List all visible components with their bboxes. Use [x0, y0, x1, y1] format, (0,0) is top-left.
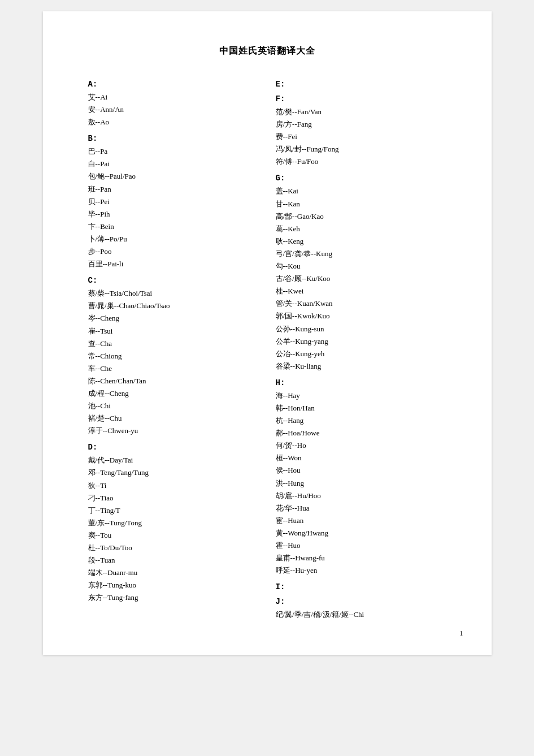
- section-header: G:: [276, 174, 446, 183]
- entry: 淳于--Chwen-yu: [88, 425, 259, 437]
- entry: 花/华--Hua: [276, 502, 446, 515]
- entry: 窦--Tou: [88, 529, 259, 542]
- entry: 段--Tuan: [88, 554, 259, 567]
- entry: 房/方--Fang: [276, 118, 446, 131]
- entry: 东郭--Tung-kuo: [88, 579, 259, 591]
- section-header: H:: [276, 378, 446, 387]
- entry: 耿--Keng: [276, 235, 446, 248]
- entry: 蔡/柴--Tsia/Choi/Tsai: [88, 287, 259, 300]
- entry: 卞--Bein: [88, 221, 259, 233]
- entry: 端木--Duanr-mu: [88, 567, 259, 579]
- entry: 贝--Pei: [88, 196, 259, 208]
- entry: 董/东--Tung/Tong: [88, 517, 259, 529]
- entry: 古/谷/顾--Ku/Koo: [276, 273, 446, 285]
- entry: 戴/代--Day/Tai: [88, 454, 259, 466]
- entry: 毕--Pih: [88, 208, 259, 221]
- section-header: E:: [276, 80, 446, 89]
- section-header: F:: [276, 94, 446, 103]
- entry: 刁--Tiao: [88, 492, 259, 504]
- entry: 郝--Hoa/Howe: [276, 427, 446, 439]
- entry: 褚/楚--Chu: [88, 412, 259, 425]
- entry: 呼延--Hu-yen: [276, 564, 446, 577]
- entry: 班--Pan: [88, 183, 259, 196]
- entry: 曹/晁/巢--Chao/Chiao/Tsao: [88, 300, 259, 312]
- entry: 胡/扈--Hu/Hoo: [276, 490, 446, 502]
- entry: 勾--Kou: [276, 260, 446, 273]
- entry: 安--Ann/An: [88, 103, 259, 116]
- entry: 常--Chiong: [88, 350, 259, 362]
- entry: 杜--To/Du/Too: [88, 542, 259, 554]
- entry: 东方--Tung-fang: [88, 591, 259, 604]
- entry: 谷梁--Ku-liang: [276, 360, 446, 373]
- content: A:艾--Ai安--Ann/An敖--AoB:巴--Pa白--Pai包/鲍--P…: [88, 74, 446, 621]
- entry: 高/郜--Gao/Kao: [276, 210, 446, 223]
- entry: 何/贺--Ho: [276, 439, 446, 452]
- entry: 海--Hay: [276, 390, 446, 402]
- entry: 黄--Wong/Hwang: [276, 527, 446, 539]
- entry: 白--Pai: [88, 158, 259, 170]
- right-column: E:F:范/樊--Fan/Van房/方--Fang费--Fei冯/凤/封--Fu…: [270, 74, 446, 621]
- entry: 卜/薄--Po/Pu: [88, 233, 259, 245]
- entry: 包/鲍--Paul/Pao: [88, 170, 259, 183]
- entry: 宦--Huan: [276, 515, 446, 527]
- entry: 崔--Tsui: [88, 325, 259, 338]
- entry: 陈--Chen/Chan/Tan: [88, 375, 259, 387]
- entry: 皇甫--Hwang-fu: [276, 552, 446, 564]
- entry: 池--Chi: [88, 400, 259, 412]
- page: 中国姓氏英语翻译大全 A:艾--Ai安--Ann/An敖--AoB:巴--Pa白…: [43, 11, 492, 655]
- entry: 岑--Cheng: [88, 312, 259, 325]
- section-header: D:: [88, 443, 259, 452]
- entry: 成/程--Cheng: [88, 387, 259, 400]
- page-title: 中国姓氏英语翻译大全: [88, 45, 446, 57]
- entry: 盖--Kai: [276, 185, 446, 197]
- entry: 纪/翼/季/吉/稽/汲/籍/姬--Chi: [276, 608, 446, 621]
- section-header: A:: [88, 80, 259, 89]
- entry: 巴--Pa: [88, 145, 259, 158]
- entry: 邓--Teng/Tang/Tung: [88, 466, 259, 479]
- entry: 韩--Hon/Han: [276, 402, 446, 414]
- section-header: J:: [276, 597, 446, 606]
- entry: 管/关--Kuan/Kwan: [276, 297, 446, 310]
- entry: 霍--Huo: [276, 539, 446, 552]
- entry: 公冶--Kung-yeh: [276, 348, 446, 360]
- entry: 敖--Ao: [88, 116, 259, 128]
- entry: 百里--Pai-li: [88, 258, 259, 270]
- entry: 车--Che: [88, 362, 259, 375]
- entry: 甘--Kan: [276, 198, 446, 210]
- section-header: C:: [88, 276, 259, 285]
- entry: 桓--Won: [276, 452, 446, 464]
- entry: 公羊--Kung-yang: [276, 335, 446, 348]
- entry: 葛--Keh: [276, 223, 446, 235]
- entry: 查--Cha: [88, 338, 259, 350]
- entry: 丁--Ting/T: [88, 504, 259, 517]
- entry: 范/樊--Fan/Van: [276, 106, 446, 118]
- entry: 狄--Ti: [88, 479, 259, 492]
- section-header: B:: [88, 134, 259, 143]
- entry: 桂--Kwei: [276, 285, 446, 297]
- entry: 冯/凤/封--Fung/Fong: [276, 143, 446, 155]
- entry: 符/傅--Fu/Foo: [276, 155, 446, 168]
- entry: 步--Poo: [88, 245, 259, 258]
- entry: 艾--Ai: [88, 91, 259, 103]
- left-column: A:艾--Ai安--Ann/An敖--AoB:巴--Pa白--Pai包/鲍--P…: [88, 74, 270, 621]
- entry: 费--Fei: [276, 131, 446, 143]
- entry: 郭/国--Kwok/Kuo: [276, 310, 446, 322]
- entry: 弓/宫/龚/恭--Kung: [276, 248, 446, 260]
- page-number: 1: [459, 629, 463, 638]
- section-header: I:: [276, 582, 446, 591]
- entry: 杭--Hang: [276, 414, 446, 427]
- entry: 公孙--Kung-sun: [276, 323, 446, 335]
- entry: 洪--Hung: [276, 477, 446, 490]
- entry: 侯--Hou: [276, 464, 446, 477]
